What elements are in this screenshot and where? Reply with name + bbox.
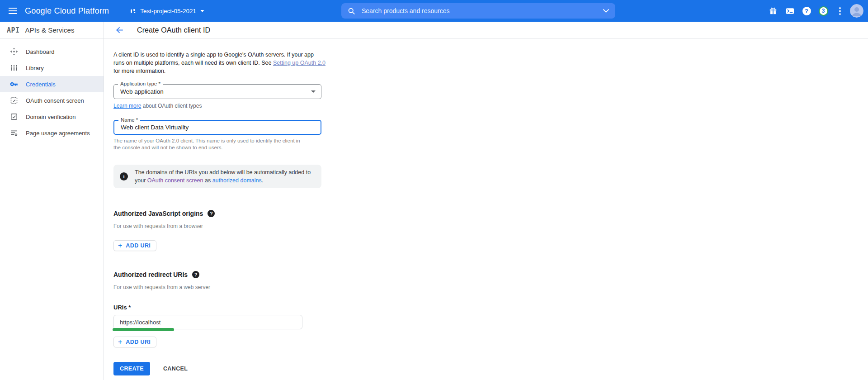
search-input[interactable]: [362, 7, 603, 14]
redirect-uris-subtitle: For use with requests from a web server: [113, 284, 868, 290]
api-logo: API: [7, 26, 20, 34]
cloud-shell-icon[interactable]: [783, 4, 797, 18]
search-expand-chevron-icon[interactable]: [603, 9, 609, 13]
sidebar-item-label: Library: [26, 65, 44, 71]
help-glyph: ?: [210, 211, 212, 216]
js-origins-subtitle: For use with requests from a browser: [113, 223, 868, 229]
sidebar-item-label: Page usage agreements: [26, 130, 90, 137]
learn-more-rest: about OAuth client types: [141, 103, 202, 109]
more-vert-icon[interactable]: [833, 4, 847, 18]
search-icon: [348, 7, 355, 15]
project-name: Test-project-05-2021: [140, 8, 196, 14]
info-box: i The domains of the URIs you add below …: [113, 165, 321, 188]
help-glyph: ?: [194, 272, 197, 277]
info-text-middle: as: [203, 177, 212, 184]
help-icon[interactable]: ?: [800, 4, 813, 18]
info-text-after: .: [262, 177, 263, 184]
intro-paragraph: A client ID is used to identify a single…: [113, 51, 326, 75]
header-actions: ? 3: [766, 0, 863, 22]
add-uri-button-redirects[interactable]: + ADD URI: [113, 337, 156, 347]
gcp-logo: Google Cloud Platform: [25, 6, 109, 16]
client-name-field[interactable]: Name *: [113, 120, 321, 135]
name-input[interactable]: [121, 124, 314, 131]
agreements-icon: [10, 129, 18, 137]
add-uri-label: ADD URI: [126, 339, 151, 345]
plus-icon: +: [118, 242, 122, 249]
oauth-consent-screen-link[interactable]: OAuth consent screen: [147, 177, 203, 184]
redirect-uris-section-header: Authorized redirect URIs ?: [113, 271, 868, 278]
sidebar: API APIs & Services Dashboard: [0, 22, 104, 380]
application-type-value: Web application: [120, 88, 315, 95]
select-caret-icon: [311, 90, 316, 93]
domain-verification-icon: [10, 113, 18, 121]
sidebar-item-page-usage-agreements[interactable]: Page usage agreements: [0, 125, 104, 141]
sidebar-item-library[interactable]: Library: [0, 60, 104, 76]
uri-input-wrap: [113, 315, 302, 329]
green-highlight-bar: [113, 328, 174, 331]
js-origins-title: Authorized JavaScript origins: [113, 210, 203, 217]
gift-icon[interactable]: [766, 4, 780, 18]
js-origins-section-header: Authorized JavaScript origins ?: [113, 210, 868, 217]
sidebar-item-label: OAuth consent screen: [26, 97, 84, 104]
create-button[interactable]: CREATE: [113, 362, 150, 375]
notifications-badge[interactable]: 3: [816, 4, 830, 18]
sidebar-item-label: Domain verification: [26, 114, 76, 120]
top-app-bar: Google Cloud Platform Test-project-05-20…: [0, 0, 868, 22]
cancel-button[interactable]: CANCEL: [163, 366, 188, 372]
application-type-label: Application type *: [118, 81, 163, 86]
name-helper-text: The name of your OAuth 2.0 client. This …: [113, 138, 303, 151]
key-icon: [10, 80, 18, 88]
page-title: Create OAuth client ID: [137, 26, 210, 34]
project-icon: [130, 8, 137, 14]
sidebar-item-domain-verification[interactable]: Domain verification: [0, 109, 104, 125]
back-arrow-icon[interactable]: [115, 26, 124, 34]
notification-count: 3: [822, 8, 825, 14]
learn-more-line: Learn more about OAuth client types: [113, 103, 868, 109]
project-selector[interactable]: Test-project-05-2021: [130, 8, 204, 14]
info-glyph: i: [123, 174, 124, 179]
redirect-uris-title: Authorized redirect URIs: [113, 271, 188, 278]
main-content: Create OAuth client ID A client ID is us…: [104, 22, 868, 380]
name-label: Name *: [118, 117, 140, 123]
create-oauth-form: A client ID is used to identify a single…: [104, 39, 868, 375]
js-origins-help-icon[interactable]: ?: [208, 210, 215, 217]
uris-label: URIs *: [113, 304, 868, 311]
plus-icon: +: [118, 339, 122, 345]
info-text: The domains of the URIs you add below wi…: [135, 168, 315, 185]
library-icon: [10, 64, 18, 72]
sidebar-item-oauth-consent-screen[interactable]: OAuth consent screen: [0, 92, 104, 109]
sidebar-item-dashboard[interactable]: Dashboard: [0, 43, 104, 60]
form-actions: CREATE CANCEL: [113, 362, 868, 375]
redirect-uri-input[interactable]: [113, 315, 302, 329]
info-icon: i: [120, 172, 128, 180]
avatar[interactable]: [850, 4, 863, 18]
learn-more-link[interactable]: Learn more: [113, 103, 141, 109]
sidebar-item-label: Credentials: [26, 81, 56, 88]
sidebar-nav: Dashboard Library Credentials: [0, 39, 104, 141]
consent-screen-icon: [10, 96, 18, 104]
application-type-select[interactable]: Application type * Web application: [113, 84, 321, 99]
sidebar-item-credentials[interactable]: Credentials: [0, 76, 104, 92]
setting-up-oauth-link[interactable]: Setting up OAuth 2.0: [273, 60, 326, 66]
add-uri-label: ADD URI: [126, 242, 151, 249]
add-uri-button-origins[interactable]: + ADD URI: [113, 240, 156, 251]
sidebar-item-label: Dashboard: [26, 48, 55, 55]
authorized-domains-link[interactable]: authorized domains: [212, 177, 262, 184]
dashboard-icon: [10, 48, 18, 56]
intro-text-after: for more information.: [113, 68, 165, 74]
help-glyph: ?: [805, 8, 808, 14]
chevron-down-icon: [200, 10, 204, 12]
sidebar-title: APIs & Services: [25, 26, 75, 34]
redirect-uris-help-icon[interactable]: ?: [192, 271, 199, 278]
sidebar-header: API APIs & Services: [0, 22, 104, 39]
global-search[interactable]: [341, 3, 615, 19]
menu-icon[interactable]: [9, 8, 17, 14]
page-header: Create OAuth client ID: [104, 22, 868, 39]
